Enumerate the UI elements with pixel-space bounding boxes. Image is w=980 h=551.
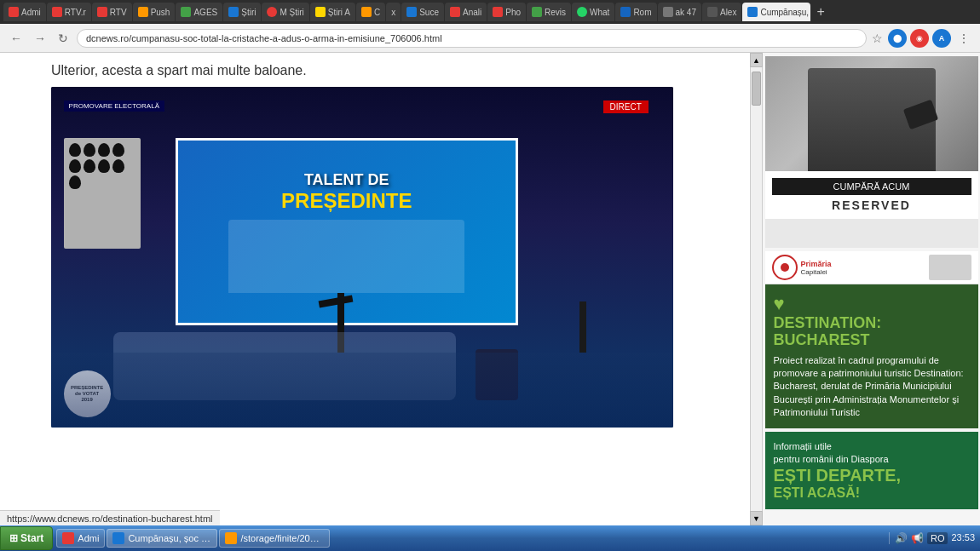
primaria-label: Primăria <box>801 260 832 268</box>
tab-stiri-m[interactable]: M Știri <box>262 3 308 21</box>
extension-icon-2[interactable]: ◉ <box>910 29 929 48</box>
tab-anali[interactable]: Anali <box>445 3 487 21</box>
studio-label2: PREȘEDINTE <box>281 189 412 213</box>
taskbar-item-article[interactable]: Cumpănașu, șoc tot... <box>107 529 217 548</box>
scroll-up-arrow[interactable]: ▲ <box>750 53 763 67</box>
article-area: Ulterior, acesta a spart mai multe baloa… <box>0 53 750 525</box>
tab-pho[interactable]: Pho <box>487 3 526 21</box>
tab-c[interactable]: C <box>356 3 385 21</box>
taskbar-items: Admi Cumpănașu, șoc tot... /storage/fini… <box>53 529 889 548</box>
taskbar-item-article-text: Cumpănașu, șoc tot... <box>128 533 211 543</box>
new-tab-button[interactable]: + <box>811 4 829 20</box>
scroll-thumb[interactable] <box>752 72 761 106</box>
profile-icon[interactable]: A <box>932 29 951 48</box>
tab-alex[interactable]: Alex <box>702 3 741 21</box>
taskbar-item-admin-text: Admi <box>78 533 99 543</box>
hover-url-text: https://www.dcnews.ro/destination-buchar… <box>7 514 213 524</box>
article-text: Ulterior, acesta a spart mai multe baloa… <box>51 53 699 87</box>
direct-badge: DIRECT <box>603 100 649 113</box>
tab-push[interactable]: Push <box>133 3 176 21</box>
tab-rtv1[interactable]: RTV.r <box>47 3 91 21</box>
diaspora-big1: EȘTI DEPARTE, <box>774 466 970 485</box>
buy-now-button[interactable]: CUMPĂRĂ ACUM <box>772 178 971 195</box>
bucharest-title2: BUCHAREST <box>774 332 870 349</box>
taskbar-item-admin[interactable]: Admi <box>56 529 105 548</box>
taskbar-item-storage-text: /storage/finite/2019/... <box>240 533 324 543</box>
back-button[interactable]: ← <box>7 30 26 47</box>
article-image: TALENT DE PREȘEDINTE PROMOVARE ELECTORAL… <box>51 87 673 428</box>
scroll-track[interactable] <box>750 67 763 511</box>
sidebar: CUMPĂRĂ ACUM RESERVED Primăria Capitalei <box>763 53 980 525</box>
nav-bar: ← → ↻ dcnews.ro/cumpanasu-soc-total-la-c… <box>0 24 980 53</box>
tab-stiri-a[interactable]: Știri A <box>310 3 355 21</box>
tab-stiri1[interactable]: Știri <box>223 3 261 21</box>
speaker-icon[interactable]: 📢 <box>911 532 924 544</box>
scrollbar: ▲ ▼ <box>750 53 763 525</box>
tab-what[interactable]: What <box>572 3 614 21</box>
bucharest-subtitle: Proiect realizat în cadrul programului d… <box>774 354 970 420</box>
tab-ak[interactable]: ak 47 <box>658 3 701 21</box>
status-bar: https://www.dcnews.ro/destination-buchar… <box>0 510 220 525</box>
bookmark-icon[interactable]: ☆ <box>872 32 883 45</box>
forward-button[interactable]: → <box>31 30 49 47</box>
ad-diaspora: Informații utile pentru românii din Dias… <box>765 432 978 510</box>
address-bar[interactable]: dcnews.ro/cumpanasu-soc-total-la-cristac… <box>77 29 867 48</box>
start-button[interactable]: ⊞ Start <box>0 526 53 550</box>
studio-label1: TALENT DE <box>304 171 389 189</box>
tab-x[interactable]: x <box>386 3 401 21</box>
ad-reserved: CUMPĂRĂ ACUM RESERVED <box>765 56 978 248</box>
browser-window: Admi RTV.r RTV Push AGES Știri M Știri <box>0 0 980 53</box>
address-text: dcnews.ro/cumpanasu-soc-total-la-cristac… <box>86 33 442 43</box>
system-tray: 🔊 📢 RO 23:53 <box>889 532 980 544</box>
tab-bar: Admi RTV.r RTV Push AGES Știri M Știri <box>0 0 980 24</box>
clock: 23:53 <box>951 532 975 543</box>
tab-rtv2[interactable]: RTV <box>92 3 132 21</box>
bucharest-title1: DESTINATION: <box>774 315 882 332</box>
volume-icon[interactable]: 🔊 <box>895 532 908 544</box>
tab-ages[interactable]: AGES <box>176 3 222 21</box>
tab-rom[interactable]: Rom <box>615 3 656 21</box>
capitalei-label: Capitalei <box>801 268 832 276</box>
tab-revis[interactable]: Revis <box>527 3 571 21</box>
refresh-button[interactable]: ↻ <box>55 30 72 47</box>
windows-logo-icon: ⊞ <box>9 532 18 544</box>
tab-active[interactable]: Cumpănașu, șoc tot... ✕ <box>742 3 810 21</box>
promo-badge: PROMOVARE ELECTORALĂ <box>64 100 164 112</box>
reserved-brand: RESERVED <box>772 198 971 212</box>
taskbar: ⊞ Start Admi Cumpănașu, șoc tot... /stor… <box>0 525 980 551</box>
tab-suce[interactable]: Suce <box>401 3 444 21</box>
lang-indicator[interactable]: RO <box>927 532 948 544</box>
main-area: Ulterior, acesta a spart mai multe baloa… <box>0 53 980 525</box>
menu-icon[interactable]: ⋮ <box>954 29 973 48</box>
extension-icon-1[interactable]: ⬤ <box>888 29 907 48</box>
tab-admin[interactable]: Admi <box>3 3 46 21</box>
taskbar-item-storage[interactable]: /storage/finite/2019/... <box>219 529 330 548</box>
diaspora-text2: pentru românii din Diaspora <box>774 453 970 466</box>
diaspora-big2: EȘTI ACASĂ! <box>774 485 970 501</box>
scroll-down-arrow[interactable]: ▼ <box>750 511 763 525</box>
ad-bucharest: Primăria Capitalei ♥ DESTINATION: BUCHAR… <box>765 251 978 428</box>
diaspora-text1: Informații utile <box>774 440 970 453</box>
